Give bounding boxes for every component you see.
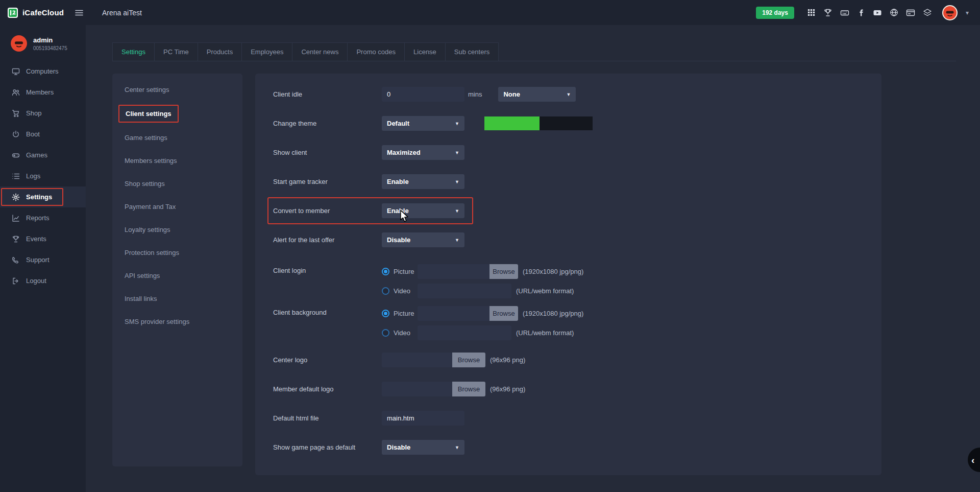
client-background-video-radio[interactable]	[382, 329, 389, 337]
user-avatar[interactable]	[942, 5, 958, 21]
tab-promo-codes[interactable]: Promo codes	[348, 42, 405, 61]
client-background-picture-input[interactable]	[418, 306, 489, 321]
row-show-game-page: Show game page as default Disable▼	[273, 433, 881, 462]
client-login-video-radio[interactable]	[382, 287, 389, 295]
topbar: iCafeCloud Arena aiTest 192 days	[0, 0, 980, 25]
client-background-picture-radio[interactable]	[382, 310, 389, 317]
sidebar-item-label: Members	[26, 88, 54, 96]
field-label: Change theme	[273, 120, 382, 127]
center-logo-input[interactable]	[382, 353, 452, 367]
sidebar-item-logs[interactable]: Logs	[0, 166, 86, 186]
theme-preview	[484, 116, 593, 130]
nav-loyalty-settings[interactable]: Loyalty settings	[112, 218, 242, 241]
field-label: Start game tracker	[273, 178, 382, 185]
sidebar-item-reports[interactable]: Reports	[0, 207, 86, 228]
radio-label: Video	[394, 329, 418, 337]
row-show-client: Show client Maximized▼	[273, 138, 881, 167]
trophy-icon[interactable]	[823, 8, 832, 17]
logo-text: iCafeCloud	[22, 8, 64, 17]
nav-install-links[interactable]: Install links	[112, 287, 242, 310]
user-block[interactable]: admin 005193482475	[0, 25, 86, 61]
tab-license[interactable]: License	[405, 42, 446, 61]
sidebar-item-shop[interactable]: Shop	[0, 103, 86, 124]
sidebar-item-members[interactable]: Members	[0, 82, 86, 103]
sidebar-item-label: Computers	[26, 67, 59, 75]
client-background-video-row: Video (URL/webm format)	[382, 323, 583, 342]
sidebar-item-support[interactable]: Support	[0, 249, 86, 270]
member-default-logo-input[interactable]	[382, 382, 452, 396]
tab-sub-centers[interactable]: Sub centers	[446, 42, 499, 61]
nav-shop-settings[interactable]: Shop settings	[112, 172, 242, 195]
convert-to-member-select[interactable]: Enable▼	[382, 203, 464, 218]
nav-game-settings[interactable]: Game settings	[112, 126, 242, 149]
client-idle-action-select[interactable]: None▼	[498, 87, 576, 102]
people-icon	[12, 88, 20, 97]
layers-icon[interactable]	[923, 8, 932, 17]
nav-protection-settings[interactable]: Protection settings	[112, 241, 242, 264]
start-game-tracker-select[interactable]: Enable▼	[382, 174, 464, 189]
nav-api-settings[interactable]: API settings	[112, 264, 242, 287]
keyboard-icon[interactable]	[840, 8, 849, 17]
row-member-default-logo: Member default logo Browse (96x96 png)	[273, 374, 881, 404]
client-login-video-row: Video (URL/webm format)	[382, 281, 583, 300]
format-hint: (96x96 png)	[490, 356, 525, 364]
row-center-logo: Center logo Browse (96x96 png)	[273, 345, 881, 374]
tab-pc-time[interactable]: PC Time	[155, 42, 198, 61]
grid-icon[interactable]	[807, 8, 816, 17]
center-logo-browse-button[interactable]: Browse	[452, 353, 485, 367]
change-theme-select[interactable]: Default▼	[382, 116, 464, 131]
card-icon[interactable]	[906, 8, 915, 17]
chevron-down-icon: ▼	[455, 445, 459, 450]
client-login-picture-input[interactable]	[418, 264, 489, 279]
sidebar-item-boot[interactable]: Boot	[0, 124, 86, 145]
facebook-icon[interactable]	[857, 9, 865, 17]
logo[interactable]: iCafeCloud	[0, 7, 75, 18]
gamepad-icon	[12, 151, 20, 159]
chevron-down-icon[interactable]: ▾	[966, 9, 969, 16]
tab-bar: Settings PC Time Products Employees Cent…	[112, 42, 956, 61]
client-background-video-input[interactable]	[418, 325, 511, 340]
client-background-picture-row: Picture Browse (1920x1080 jpg/png)	[382, 303, 583, 323]
show-client-select[interactable]: Maximized▼	[382, 145, 464, 160]
youtube-icon[interactable]	[873, 8, 882, 17]
format-hint: (1920x1080 jpg/png)	[523, 268, 583, 275]
tab-employees[interactable]: Employees	[242, 42, 292, 61]
sidebar-item-settings[interactable]: Settings	[0, 186, 86, 207]
nav-payment-and-tax[interactable]: Payment and Tax	[112, 195, 242, 218]
unit-label: mins	[468, 90, 482, 98]
tab-products[interactable]: Products	[198, 42, 242, 61]
chart-icon	[12, 214, 20, 222]
client-login-picture-radio[interactable]	[382, 268, 389, 275]
topbar-actions: 192 days ▾	[756, 5, 980, 21]
show-game-page-select[interactable]: Disable▼	[382, 440, 464, 455]
field-label: Client background	[273, 303, 382, 316]
globe-icon[interactable]	[890, 8, 898, 17]
tab-center-news[interactable]: Center news	[292, 42, 348, 61]
row-start-game-tracker: Start game tracker Enable▼	[273, 167, 881, 196]
nav-members-settings[interactable]: Members settings	[112, 149, 242, 172]
field-label: Alert for the last offer	[273, 236, 382, 244]
sidebar-item-games[interactable]: Games	[0, 145, 86, 166]
nav-client-settings[interactable]: Client settings	[112, 101, 242, 126]
sidebar-item-computers[interactable]: Computers	[0, 61, 86, 82]
client-background-picture-browse-button[interactable]: Browse	[489, 306, 518, 321]
alert-last-offer-select[interactable]: Disable▼	[382, 232, 464, 247]
member-default-logo-browse-button[interactable]: Browse	[452, 382, 485, 396]
client-login-picture-browse-button[interactable]: Browse	[489, 264, 518, 279]
menu-toggle-icon[interactable]	[75, 8, 84, 17]
user-id: 005193482475	[33, 45, 67, 51]
page-title: Arena aiTest	[102, 9, 142, 17]
client-settings-form: Client idle mins None▼ Change theme Defa…	[255, 74, 881, 475]
client-login-video-input[interactable]	[418, 284, 511, 298]
nav-sms-provider-settings[interactable]: SMS provider settings	[112, 310, 242, 333]
tab-settings[interactable]: Settings	[112, 42, 155, 61]
license-days-badge[interactable]: 192 days	[756, 7, 794, 19]
sidebar-item-label: Logout	[26, 277, 46, 285]
chevron-down-icon: ▼	[455, 150, 459, 155]
nav-center-settings[interactable]: Center settings	[112, 78, 242, 101]
default-html-file-input[interactable]	[382, 411, 464, 426]
sidebar-item-logout[interactable]: Logout	[0, 270, 86, 291]
client-idle-input[interactable]	[382, 87, 464, 102]
sidebar-item-events[interactable]: Events	[0, 228, 86, 249]
icafecloud-logo-icon	[7, 7, 18, 18]
